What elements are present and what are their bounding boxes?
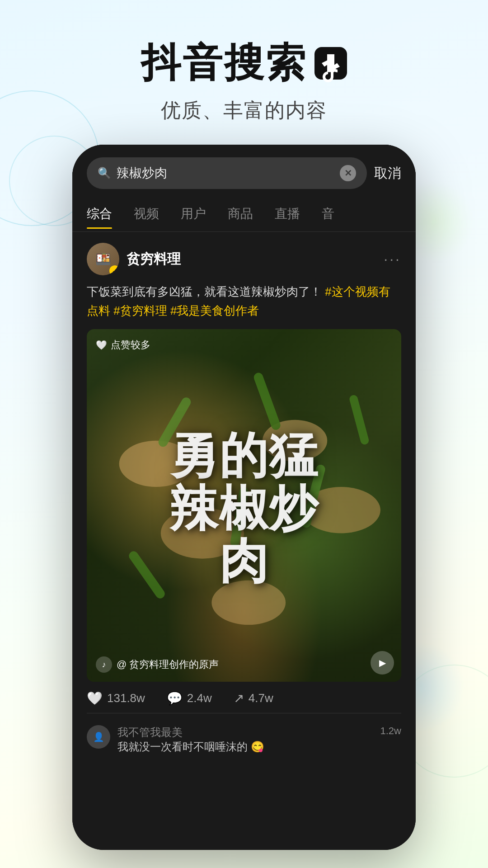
cancel-search-button[interactable]: 取消 xyxy=(374,164,401,183)
comment-like-count: 1.2w xyxy=(380,725,401,737)
share-count: 4.7w xyxy=(249,691,273,705)
search-input[interactable]: 辣椒炒肉 xyxy=(117,165,334,182)
tiktok-audio-icon: ♪ xyxy=(96,656,112,673)
username[interactable]: 贫穷料理 xyxy=(127,250,181,269)
app-title-text: 抖音搜索 xyxy=(141,36,307,90)
search-input-wrapper[interactable]: 🔍 辣椒炒肉 ✕ xyxy=(87,157,367,189)
tab-直播[interactable]: 直播 xyxy=(275,200,300,228)
like-count: 131.8w xyxy=(107,691,145,705)
like-badge-icon: 🤍 xyxy=(96,340,107,350)
user-info-left: 🍱 ✓ 贫穷料理 xyxy=(87,243,181,275)
commenter-name[interactable]: 我不管我最美 xyxy=(117,725,373,740)
video-text-overlay: 勇的猛辣椒炒肉 xyxy=(87,429,401,588)
audio-row: ♪ @ 贫穷料理创作的原声 xyxy=(96,656,374,673)
comment-text: 我就没一次看时不咽唾沫的 😋 xyxy=(117,740,373,754)
comment-count: 2.4w xyxy=(187,691,212,705)
engagement-row: 🤍 131.8w 💬 2.4w ↗ 4.7w xyxy=(87,682,401,713)
more-options-button[interactable]: ··· xyxy=(384,251,401,268)
tab-视频[interactable]: 视频 xyxy=(134,200,159,228)
like-badge: 🤍 点赞较多 xyxy=(96,338,150,352)
app-title: 抖音搜索 xyxy=(141,36,347,90)
tab-音[interactable]: 音 xyxy=(322,200,334,228)
svg-rect-6 xyxy=(253,372,282,431)
hashtag-3[interactable]: #我是美食创作者 xyxy=(170,304,259,317)
comment-row: 👤 我不管我最美 我就没一次看时不咽唾沫的 😋 1.2w xyxy=(87,721,401,759)
comments-preview: 👤 我不管我最美 我就没一次看时不咽唾沫的 😋 1.2w xyxy=(87,713,401,759)
hashtag-2[interactable]: #贫穷料理 xyxy=(113,304,170,317)
share-count-item[interactable]: ↗ 4.7w xyxy=(234,691,273,706)
heart-icon: 🤍 xyxy=(87,691,103,706)
tiktok-logo-icon xyxy=(314,47,347,80)
phone-screen: 🔍 辣椒炒肉 ✕ 取消 综合 视频 用户 商品 xyxy=(72,145,416,850)
phone-mockup: 🔍 辣椒炒肉 ✕ 取消 综合 视频 用户 商品 xyxy=(72,145,416,850)
share-icon: ↗ xyxy=(234,691,244,706)
play-button[interactable]: ▶ xyxy=(371,651,394,675)
avatar[interactable]: 🍱 ✓ xyxy=(87,243,119,275)
verified-badge: ✓ xyxy=(109,265,119,275)
header-subtitle: 优质、丰富的内容 xyxy=(0,97,488,124)
tab-用户[interactable]: 用户 xyxy=(181,200,206,228)
tab-商品[interactable]: 商品 xyxy=(228,200,253,228)
audio-text[interactable]: @ 贫穷料理创作的原声 xyxy=(117,658,219,671)
commenter-avatar[interactable]: 👤 xyxy=(87,725,110,749)
clear-search-button[interactable]: ✕ xyxy=(340,165,356,181)
search-bar: 🔍 辣椒炒肉 ✕ 取消 xyxy=(72,145,416,196)
phone-frame: 🔍 辣椒炒肉 ✕ 取消 综合 视频 用户 商品 xyxy=(72,145,416,850)
post-text: 下饭菜到底有多凶猛，就看这道辣椒炒肉了！ #这个视频有点料 #贫穷料理 #我是美… xyxy=(87,283,401,320)
tab-综合[interactable]: 综合 xyxy=(87,200,112,228)
search-icon: 🔍 xyxy=(98,167,111,179)
header-section: 抖音搜索 优质、丰富的内容 xyxy=(0,0,488,124)
content-area: 🍱 ✓ 贫穷料理 ··· 下饭菜到底有多凶猛，就看这道辣椒炒肉了！ #这个视频有… xyxy=(72,232,416,769)
comment-content: 我不管我最美 我就没一次看时不咽唾沫的 😋 xyxy=(117,725,373,754)
post-body-text: 下饭菜到底有多凶猛，就看这道辣椒炒肉了！ xyxy=(87,285,322,298)
like-count-item[interactable]: 🤍 131.8w xyxy=(87,691,145,706)
like-badge-text: 点赞较多 xyxy=(111,338,150,352)
tabs-row: 综合 视频 用户 商品 直播 音 xyxy=(72,196,416,232)
video-thumbnail[interactable]: 🤍 点赞较多 勇的猛辣椒炒肉 ♪ @ 贫穷料理创作的原声 xyxy=(87,329,401,682)
video-title-text: 勇的猛辣椒炒肉 xyxy=(87,429,401,588)
comment-icon: 💬 xyxy=(167,691,183,706)
user-info-row: 🍱 ✓ 贫穷料理 ··· xyxy=(87,243,401,275)
comment-count-item[interactable]: 💬 2.4w xyxy=(167,691,212,706)
